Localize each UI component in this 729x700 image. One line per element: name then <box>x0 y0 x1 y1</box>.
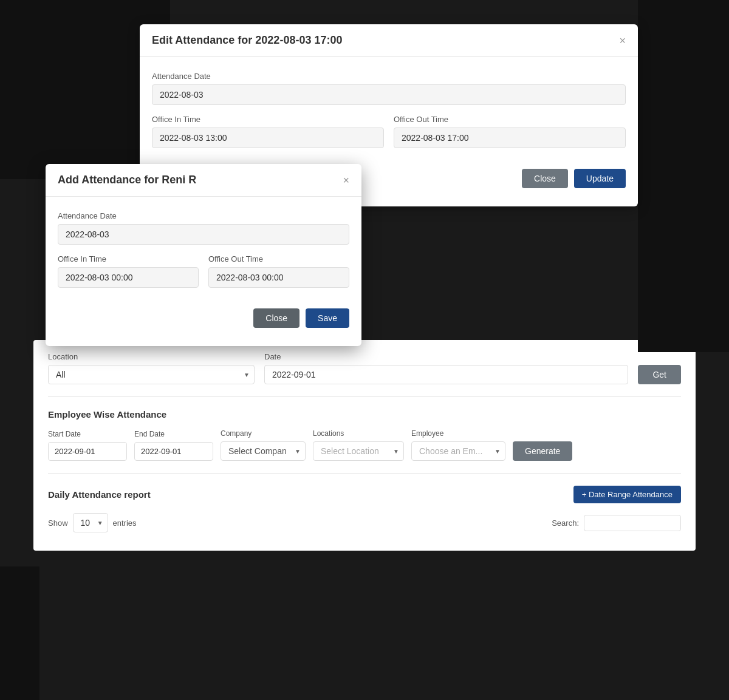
add-attendance-date-input[interactable] <box>58 224 349 245</box>
search-input[interactable] <box>584 515 681 531</box>
show-label: Show <box>48 518 68 528</box>
edit-time-row: Office In Time Office Out Time <box>152 115 626 148</box>
edit-office-in-label: Office In Time <box>152 115 384 124</box>
start-date-input[interactable] <box>48 442 127 461</box>
entries-label: entries <box>113 518 137 528</box>
entries-select[interactable]: 10 <box>73 513 108 532</box>
add-close-button[interactable]: Close <box>253 308 299 328</box>
edit-modal-title: Edit Attendance for 2022-08-03 17:00 <box>152 34 342 47</box>
add-time-row: Office In Time Office Out Time <box>58 254 349 288</box>
start-date-label: Start Date <box>48 430 127 438</box>
add-modal-body: Attendance Date Office In Time Office Ou… <box>46 197 361 302</box>
date-label: Date <box>264 352 628 361</box>
add-attendance-date-group: Attendance Date <box>58 211 349 245</box>
location-label: Location <box>48 352 255 361</box>
employee-section: Employee Wise Attendance Start Date End … <box>48 409 681 461</box>
table-controls: Show 10 ▼ entries Search: <box>48 513 681 532</box>
add-modal-footer: Close Save <box>46 302 361 328</box>
edit-modal-header: Edit Attendance for 2022-08-03 17:00 × <box>140 24 638 57</box>
daily-section-header: Daily Attendance report + Date Range Att… <box>48 486 681 503</box>
add-modal-close-button[interactable]: × <box>343 175 349 186</box>
add-office-out-group: Office Out Time <box>208 254 349 288</box>
edit-modal-close-button[interactable]: × <box>619 35 626 46</box>
add-office-in-label: Office In Time <box>58 254 199 263</box>
end-date-input[interactable] <box>134 442 213 461</box>
add-modal-title: Add Attendance for Reni R <box>58 174 196 186</box>
edit-update-button[interactable]: Update <box>574 169 626 188</box>
background-panel: Location All ▼ Date Get Employee Wise At… <box>33 340 696 551</box>
locations-label: Locations <box>313 429 404 438</box>
add-modal-header: Add Attendance for Reni R × <box>46 164 361 197</box>
add-office-out-input[interactable] <box>208 267 349 288</box>
get-button[interactable]: Get <box>638 365 681 384</box>
company-select[interactable]: Select Compan <box>221 441 306 461</box>
add-office-in-input[interactable] <box>58 267 199 288</box>
generate-button[interactable]: Generate <box>513 441 572 461</box>
edit-close-button[interactable]: Close <box>522 169 568 188</box>
edit-office-in-input[interactable] <box>152 127 384 148</box>
employee-section-title: Employee Wise Attendance <box>48 409 681 420</box>
edit-office-out-label: Office Out Time <box>394 115 626 124</box>
edit-attendance-date-label: Attendance Date <box>152 72 626 81</box>
edit-modal-body: Attendance Date Office In Time Office Ou… <box>140 57 638 163</box>
add-save-button[interactable]: Save <box>306 308 349 328</box>
edit-office-out-group: Office Out Time <box>394 115 626 148</box>
end-date-label: End Date <box>134 430 213 438</box>
add-office-in-group: Office In Time <box>58 254 199 288</box>
search-label: Search: <box>552 518 579 528</box>
add-office-out-label: Office Out Time <box>208 254 349 263</box>
locations-select[interactable]: Select Location <box>313 441 404 461</box>
daily-section-title: Daily Attendance report <box>48 489 151 500</box>
location-select[interactable]: All <box>48 365 255 384</box>
add-attendance-modal: Add Attendance for Reni R × Attendance D… <box>46 164 361 346</box>
edit-attendance-date-input[interactable] <box>152 84 626 105</box>
add-attendance-date-label: Attendance Date <box>58 211 349 220</box>
date-range-button[interactable]: + Date Range Attendance <box>573 486 681 503</box>
date-input[interactable] <box>264 365 628 384</box>
edit-office-out-input[interactable] <box>394 127 626 148</box>
edit-office-in-group: Office In Time <box>152 115 384 148</box>
employee-label: Employee <box>411 429 505 438</box>
edit-attendance-date-group: Attendance Date <box>152 72 626 105</box>
employee-select[interactable]: Choose an Em... <box>411 441 505 461</box>
company-label: Company <box>221 429 306 438</box>
